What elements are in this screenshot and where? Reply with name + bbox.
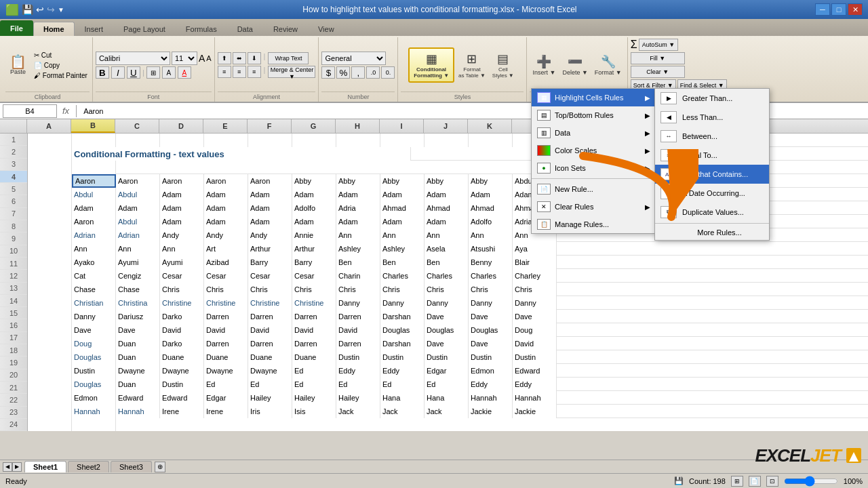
- align-right-button[interactable]: ≡: [248, 66, 261, 78]
- cell-h5[interactable]: Adam: [336, 188, 380, 201]
- tab-view[interactable]: View: [308, 22, 344, 36]
- cell-h21[interactable]: Jack: [336, 405, 380, 418]
- row-num-22[interactable]: 22: [0, 394, 27, 406]
- row-num-24[interactable]: 24: [0, 419, 27, 431]
- duplicate-values-item[interactable]: ⧉ Duplicate Values...: [655, 203, 769, 222]
- cell-f15[interactable]: David: [248, 323, 292, 337]
- cell-c1[interactable]: [116, 134, 160, 147]
- cell-j18[interactable]: Edgar: [425, 364, 469, 378]
- cell-i15[interactable]: Douglas: [380, 323, 425, 337]
- cell-e21[interactable]: Irene: [204, 405, 248, 418]
- tab-review[interactable]: Review: [263, 22, 308, 36]
- cell-d14[interactable]: Darko: [160, 310, 204, 323]
- cell-f9[interactable]: Arthur: [248, 242, 292, 256]
- row-num-2[interactable]: 2: [0, 146, 27, 158]
- cell-h18[interactable]: Eddy: [336, 364, 380, 378]
- delete-button[interactable]: ➖ Delete ▼: [559, 53, 590, 77]
- cell-j4[interactable]: Abby: [425, 174, 469, 188]
- cell-f6[interactable]: Adam: [248, 201, 292, 215]
- cell-g13[interactable]: Christine: [292, 296, 336, 310]
- cell-f20[interactable]: Hailey: [248, 391, 292, 405]
- minimize-button[interactable]: ─: [815, 3, 830, 16]
- cell-l19[interactable]: Eddy: [513, 378, 557, 391]
- cell-c16[interactable]: Duan: [116, 337, 160, 350]
- cell-d15[interactable]: David: [160, 323, 204, 337]
- cell-i21[interactable]: Jack: [380, 405, 425, 418]
- cell-c10[interactable]: Ayumi: [116, 256, 160, 269]
- cell-c7[interactable]: Abdul: [116, 215, 160, 228]
- tab-home[interactable]: Home: [33, 22, 75, 36]
- format-table-button[interactable]: ⊞ Formatas Table ▼: [456, 50, 488, 80]
- row-num-12[interactable]: 12: [0, 270, 27, 282]
- cell-f1[interactable]: [248, 134, 292, 147]
- cell-a15[interactable]: [28, 323, 72, 337]
- font-size-select[interactable]: 11: [172, 52, 197, 65]
- col-header-c[interactable]: C: [115, 119, 159, 133]
- row-num-23[interactable]: 23: [0, 407, 27, 419]
- row-num-7[interactable]: 7: [0, 208, 27, 220]
- quick-access-undo[interactable]: ↩: [36, 4, 44, 15]
- cell-l20[interactable]: Hannah: [513, 391, 557, 405]
- cell-i10[interactable]: Ben: [380, 256, 425, 269]
- cell-j12[interactable]: Chris: [425, 283, 469, 296]
- row-num-21[interactable]: 21: [0, 382, 27, 394]
- cell-d5[interactable]: Adam: [160, 188, 204, 201]
- cell-i11[interactable]: Charles: [380, 269, 425, 283]
- cell-k12[interactable]: Chris: [469, 283, 513, 296]
- align-top-button[interactable]: ⬆: [218, 52, 231, 64]
- name-box[interactable]: [3, 104, 57, 118]
- cell-a11[interactable]: [28, 269, 72, 283]
- cell-f7[interactable]: Adam: [248, 215, 292, 228]
- cell-a1[interactable]: [28, 134, 72, 147]
- cell-i17[interactable]: Dustin: [380, 350, 425, 364]
- more-rules-item[interactable]: More Rules...: [655, 225, 769, 240]
- cell-c9[interactable]: Ann: [116, 242, 160, 256]
- italic-button[interactable]: I: [111, 66, 125, 79]
- cell-j20[interactable]: Hana: [425, 391, 469, 405]
- between-item[interactable]: ↔ Between...: [655, 127, 769, 146]
- cell-d20[interactable]: Edward: [160, 391, 204, 405]
- cell-e19[interactable]: Ed: [204, 378, 248, 391]
- cell-g10[interactable]: Barry: [292, 256, 336, 269]
- cell-j15[interactable]: Douglas: [425, 323, 469, 337]
- cell-c18[interactable]: Dwayne: [116, 364, 160, 378]
- less-than-item[interactable]: ◀ Less Than...: [655, 108, 769, 127]
- row-num-15[interactable]: 15: [0, 307, 27, 319]
- cell-g19[interactable]: Ed: [292, 378, 336, 391]
- cell-e10[interactable]: Azibad: [204, 256, 248, 269]
- col-header-i[interactable]: I: [380, 119, 424, 133]
- cell-i12[interactable]: Chris: [380, 283, 425, 296]
- top-bottom-rules-item[interactable]: ▤ Top/Bottom Rules ▶: [532, 106, 656, 124]
- cell-b14[interactable]: Danny: [72, 310, 116, 323]
- cell-a22[interactable]: [28, 418, 72, 431]
- format-button[interactable]: 🔧 Format ▼: [592, 53, 625, 77]
- close-button[interactable]: ✕: [848, 3, 863, 16]
- cell-j5[interactable]: Adam: [425, 188, 469, 201]
- cell-h19[interactable]: Ed: [336, 378, 380, 391]
- normal-view-button[interactable]: ⊞: [731, 476, 743, 487]
- cell-k21[interactable]: Jackie: [469, 405, 513, 418]
- data-bars-item[interactable]: ▥ Data ▶: [532, 124, 656, 142]
- col-header-k[interactable]: K: [468, 119, 512, 133]
- next-sheet-button[interactable]: ▶: [12, 462, 22, 472]
- cell-j8[interactable]: Ann: [425, 228, 469, 242]
- row-num-1[interactable]: 1: [0, 134, 27, 146]
- cell-a19[interactable]: [28, 378, 72, 391]
- cell-f10[interactable]: Barry: [248, 256, 292, 269]
- align-middle-button[interactable]: ⬌: [233, 52, 246, 64]
- cell-b17[interactable]: Douglas: [72, 350, 116, 364]
- insert-sheet-button[interactable]: ⊕: [155, 462, 165, 472]
- cell-b1[interactable]: [72, 134, 116, 147]
- cell-g5[interactable]: Adam: [292, 188, 336, 201]
- cell-l12[interactable]: Chris: [513, 283, 557, 296]
- cell-h4[interactable]: Abby: [336, 174, 380, 188]
- clear-rules-item[interactable]: ✕ Clear Rules ▶: [532, 198, 656, 216]
- row-num-13[interactable]: 13: [0, 283, 27, 295]
- cell-g11[interactable]: Cesar: [292, 269, 336, 283]
- cell-e18[interactable]: Dwayne: [204, 364, 248, 378]
- cell-b19[interactable]: Douglas: [72, 378, 116, 391]
- cell-j21[interactable]: Jack: [425, 405, 469, 418]
- cell-g20[interactable]: Hailey: [292, 391, 336, 405]
- color-scales-item[interactable]: Color Scales ▶: [532, 142, 656, 159]
- cell-j13[interactable]: Danny: [425, 296, 469, 310]
